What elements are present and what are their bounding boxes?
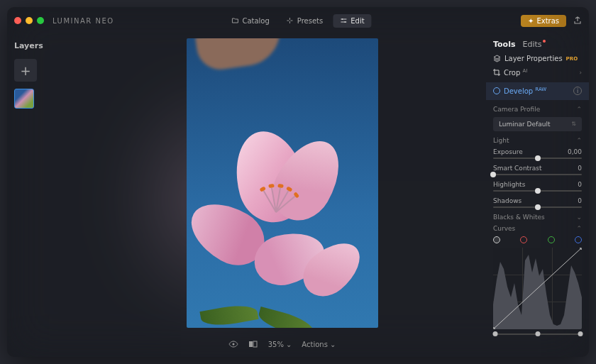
right-panel: Tools Edits Layer Properties PRO Crop AI… <box>486 34 589 357</box>
view-tabs: Catalog Presets Edit <box>224 14 371 28</box>
actions-menu[interactable]: Actions ⌄ <box>302 341 336 348</box>
curves-channels <box>493 236 582 243</box>
curves-label: Curves <box>493 225 515 232</box>
profile-dropdown[interactable]: Luminar Default ⇅ <box>493 117 582 131</box>
add-layer-button[interactable]: + <box>14 59 37 82</box>
layers-icon <box>493 55 501 62</box>
app-name: LUMINAR NEO <box>53 17 114 25</box>
crop-row[interactable]: Crop AI › <box>493 68 582 77</box>
smart-contrast-slider[interactable]: Smart Contrast0 <box>493 165 582 175</box>
chevron-down-icon: ⌄ <box>576 214 582 221</box>
zoom-control[interactable]: 35% ⌄ <box>268 341 292 348</box>
light-header[interactable]: Light ⌃ <box>493 137 582 144</box>
svg-point-0 <box>341 18 343 20</box>
actions-label: Actions <box>302 341 328 348</box>
svg-point-2 <box>232 343 234 346</box>
camera-profile-header[interactable]: Camera Profile ⌃ <box>493 106 582 113</box>
tab-edit-label: Edit <box>351 17 364 25</box>
crop-icon <box>493 69 500 76</box>
channel-green[interactable] <box>548 236 555 243</box>
tab-tools[interactable]: Tools <box>493 40 515 49</box>
svg-line-5 <box>493 248 582 329</box>
chevron-down-icon: ⌄ <box>330 341 336 348</box>
bw-range-slider[interactable] <box>493 333 582 335</box>
camera-profile-label: Camera Profile <box>493 106 540 113</box>
curves-header[interactable]: Curves ⌃ <box>493 225 582 232</box>
tab-catalog[interactable]: Catalog <box>224 14 276 28</box>
curves-editor[interactable] <box>493 248 582 329</box>
zoom-value: 35% <box>268 341 284 348</box>
window-controls <box>14 17 44 24</box>
minimize-window-button[interactable] <box>26 17 33 24</box>
compare-view-button[interactable] <box>248 341 258 348</box>
chevron-up-icon: ⌃ <box>576 106 582 113</box>
layer-thumbnail[interactable] <box>14 89 34 109</box>
chevron-right-icon: › <box>579 69 582 76</box>
curve-point-white[interactable] <box>580 248 582 250</box>
shadows-slider[interactable]: Shadows0 <box>493 197 582 208</box>
blacks-whites-header[interactable]: Blacks & Whites ⌄ <box>493 214 582 221</box>
eye-visibility-button[interactable] <box>228 341 238 348</box>
chevron-down-icon: ⌄ <box>286 341 292 348</box>
chevron-up-icon: ⌃ <box>576 137 582 144</box>
channel-blue[interactable] <box>575 236 582 243</box>
sun-icon <box>493 87 500 94</box>
sliders-icon <box>340 17 347 24</box>
tab-edit[interactable]: Edit <box>333 14 371 28</box>
tab-presets[interactable]: Presets <box>280 14 330 28</box>
develop-label: Develop RAW <box>504 87 546 95</box>
share-button[interactable] <box>573 16 582 25</box>
extras-button[interactable]: ✦ Extras <box>521 15 566 27</box>
photo-preview <box>187 38 378 328</box>
tab-edits[interactable]: Edits <box>522 40 545 49</box>
develop-row[interactable]: Develop RAW i <box>486 82 589 99</box>
fullscreen-window-button[interactable] <box>37 17 44 24</box>
layer-properties-row[interactable]: Layer Properties PRO <box>493 55 582 62</box>
svg-point-1 <box>344 21 346 23</box>
light-label: Light <box>493 137 509 144</box>
tab-presets-label: Presets <box>297 17 323 25</box>
channel-luminance[interactable] <box>493 236 500 243</box>
layer-properties-label: Layer Properties <box>504 55 563 62</box>
highlights-slider[interactable]: Highlights0 <box>493 181 582 192</box>
puzzle-icon: ✦ <box>528 17 534 25</box>
bottom-toolbar: 35% ⌄ Actions ⌄ <box>78 331 486 357</box>
pro-badge: PRO <box>566 56 578 62</box>
channel-red[interactable] <box>520 236 527 243</box>
blacks-whites-label: Blacks & Whites <box>493 214 545 221</box>
extras-label: Extras <box>536 17 559 25</box>
svg-rect-4 <box>253 341 257 347</box>
close-window-button[interactable] <box>14 17 21 24</box>
chevron-up-icon: ⌃ <box>576 225 582 232</box>
exposure-slider[interactable]: Exposure0,00 <box>493 148 582 159</box>
titlebar: LUMINAR NEO Catalog Presets Edit ✦ Extra… <box>7 7 589 34</box>
dropdown-arrows-icon: ⇅ <box>571 121 576 127</box>
info-icon[interactable]: i <box>573 87 582 95</box>
svg-rect-3 <box>249 341 253 347</box>
crop-label: Crop AI <box>504 68 527 77</box>
folder-icon <box>231 17 238 24</box>
tab-catalog-label: Catalog <box>242 17 269 25</box>
layers-panel: Layers + <box>7 34 78 116</box>
profile-value: Luminar Default <box>499 121 551 128</box>
canvas-area[interactable] <box>78 34 486 331</box>
edits-indicator-dot <box>543 40 546 43</box>
layers-title: Layers <box>14 41 71 50</box>
sparkle-icon <box>287 17 294 24</box>
